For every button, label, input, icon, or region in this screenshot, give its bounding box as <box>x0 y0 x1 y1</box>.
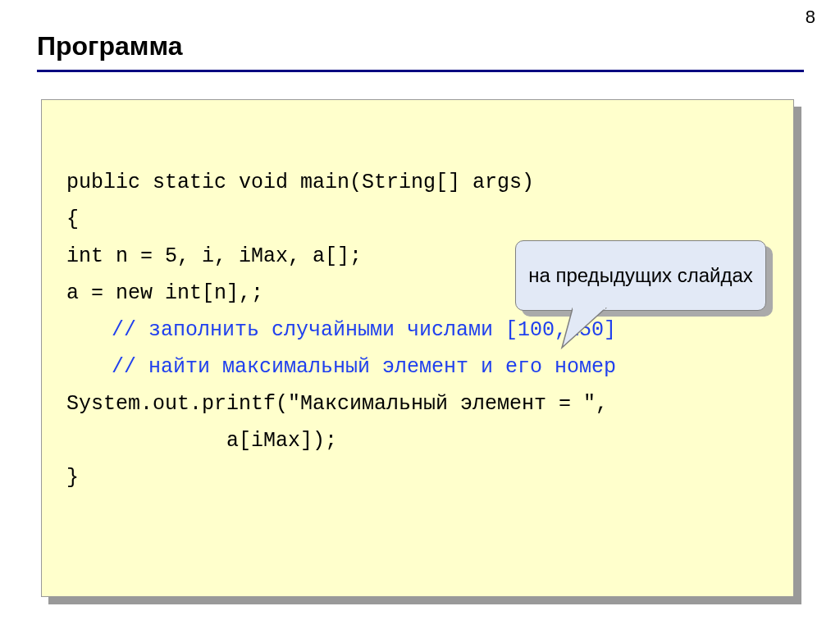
code-line-6: a[iMax]); <box>66 431 769 451</box>
code-line-5: System.out.printf("Максимальный элемент … <box>66 394 769 414</box>
code-line-1: public static void main(String[] args) <box>66 172 769 193</box>
slide-title: Программа <box>37 31 182 62</box>
page-number: 8 <box>806 7 815 28</box>
title-underline <box>37 70 804 72</box>
callout-tail-icon <box>558 307 615 356</box>
code-comment-1: // заполнить случайными числами [100,150… <box>66 320 769 340</box>
code-line-2: { <box>66 209 769 230</box>
callout-box: на предыдущих слайдах <box>515 240 766 311</box>
svg-marker-0 <box>562 308 605 348</box>
code-comment-2: // найти максимальный элемент и его номе… <box>66 357 769 377</box>
code-line-7: } <box>66 467 769 488</box>
code-box: public static void main(String[] args) {… <box>41 99 794 597</box>
callout-text: на предыдущих слайдах <box>528 262 753 288</box>
